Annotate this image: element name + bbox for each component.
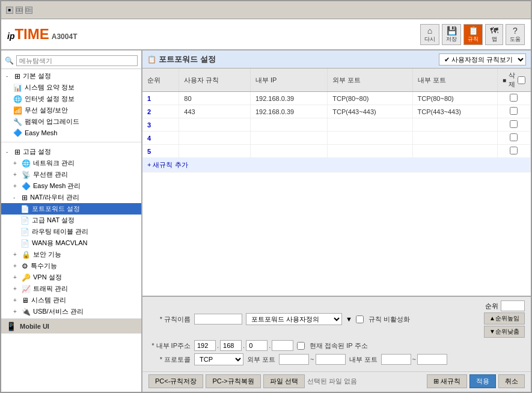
priority-up-btn[interactable]: ▲순위높임 [484, 312, 525, 324]
table-row: 5 [142, 145, 531, 158]
add-rule-row[interactable]: + 새규칙 추가 [142, 158, 531, 172]
external-port-to[interactable] [316, 354, 346, 365]
ip-field-1[interactable] [194, 340, 216, 351]
sidebar-item-network-mgmt[interactable]: + 🌐 네트워크 관리 [1, 157, 141, 169]
add-rule-cell[interactable]: + 새규칙 추가 [142, 158, 531, 172]
rule-type-select[interactable]: 포트포워드 사용자정의 [246, 313, 342, 325]
easy-mesh-label: Easy Mesh [25, 129, 57, 136]
save-to-pc-btn[interactable]: PC<-규칙저장 [148, 374, 203, 388]
sidebar-item-system-summary[interactable]: 📊 시스템 요약 정보 [1, 82, 141, 93]
new-rule-icon: ⊞ [433, 377, 441, 385]
table-row: 180192.168.0.39TCP(80~80)TCP(80~80) [142, 92, 531, 105]
expand-net-icon: + [13, 160, 19, 166]
sidebar-item-basic-settings[interactable]: - ⊞ 기본 설정 [1, 70, 141, 82]
sidebar-item-easy-mesh[interactable]: 🔷 Easy Mesh [1, 127, 141, 138]
external-port-range: ~ [279, 354, 345, 365]
user-rule-select[interactable]: ✔ 사용자정의 규칙보기 [439, 53, 526, 66]
home-btn[interactable]: ⌂ 다시 [420, 24, 439, 45]
sidebar-item-system-mgmt[interactable]: + 🖥 시스템 관리 [1, 294, 141, 306]
sidebar-item-usb[interactable]: + 🔌 USB/서비스 관리 [1, 306, 141, 317]
help-btn[interactable]: ? 도움 [506, 24, 525, 45]
expand-traffic-icon: + [13, 285, 19, 292]
apply-btn[interactable]: 적용 [469, 374, 496, 388]
row-checkbox-2[interactable] [510, 107, 518, 115]
port-forward-label: 포트포워드 설정 [32, 204, 80, 213]
cell-rule: 443 [179, 105, 251, 118]
mobile-ui-label[interactable]: Mobile UI [20, 323, 49, 330]
cell-internal-ip [250, 132, 327, 145]
sidebar-item-internet-settings[interactable]: 🌐 인터넷 설정 정보 [1, 93, 141, 105]
cell-checkbox [497, 118, 530, 132]
row-checkbox-3[interactable] [510, 120, 518, 128]
search-input[interactable] [16, 55, 138, 66]
sidebar-item-easy-mesh-mgmt[interactable]: + 🔷 Easy Mesh 관리 [1, 180, 141, 192]
internal-port-to[interactable] [417, 354, 447, 365]
row-checkbox-4[interactable] [510, 133, 518, 141]
sidebar-item-advanced-settings[interactable]: - ⊞ 고급 설정 [1, 146, 141, 157]
traffic-icon: 📈 [22, 285, 31, 293]
save-btn[interactable]: 💾 저장 [442, 24, 461, 45]
protocol-select[interactable]: TCP UDP TCP+UDP [194, 353, 243, 365]
disable-rule-checkbox[interactable] [356, 315, 364, 323]
row-checkbox-1[interactable] [510, 94, 518, 102]
disable-rule-label: 규칙 비활성화 [368, 315, 410, 324]
wan-macvlan-icon: 📄 [20, 239, 29, 248]
priority-down-btn[interactable]: ▼순위낮춤 [484, 326, 525, 338]
map-icon: 🗺 [490, 26, 498, 35]
wireless-icon: 📶 [13, 106, 22, 115]
search-icon[interactable]: 🔍 [5, 56, 14, 65]
current-ip-checkbox[interactable] [297, 342, 305, 350]
restore-btn[interactable]: □:: [25, 7, 32, 14]
sidebar-item-wan-macvlan[interactable]: 📄 WAN용 MACVLAN [1, 237, 141, 249]
special-label: 특수기능 [31, 261, 57, 270]
col-num: 순위 [142, 69, 179, 92]
help-icon: ? [513, 26, 518, 35]
cell-num: 4 [142, 132, 179, 145]
maximize-btn[interactable]: □□ [16, 7, 23, 14]
sidebar-item-routing-table[interactable]: 📄 라우팅 테이블 관리 [1, 226, 141, 237]
expand-sys-icon: + [13, 297, 19, 303]
sidebar-item-wlan-mgmt[interactable]: + 📡 무선랜 관리 [1, 169, 141, 180]
rule-name-input[interactable] [194, 314, 242, 324]
ip-field-3[interactable] [246, 340, 268, 351]
cell-rule [179, 145, 251, 158]
cell-internal-port [412, 132, 497, 145]
security-icon: 🔒 [22, 251, 31, 259]
mobile-ui-bar: 📱 Mobile UI [1, 318, 141, 334]
ip-field-4[interactable] [272, 340, 293, 351]
load-from-pc-btn[interactable]: PC->규칙복원 [206, 374, 260, 388]
wlan-mgmt-label: 무선랜 관리 [33, 170, 68, 179]
map-btn[interactable]: 🗺 맵 [485, 24, 503, 45]
sidebar-item-special[interactable]: + ⚙ 특수기능 [1, 260, 141, 272]
rules-btn[interactable]: 📋 규칙 [463, 24, 483, 45]
routing-table-label: 라우팅 테이블 관리 [32, 227, 88, 236]
sidebar-item-vpn[interactable]: + 🔑 VPN 설정 [1, 272, 141, 283]
rules-label: 규칙 [468, 35, 478, 43]
row-checkbox-5[interactable] [510, 147, 518, 154]
cell-internal-port: TCP(443~443) [412, 105, 497, 118]
sidebar-item-nat-router[interactable]: - ⊞ NAT/라우터 관리 [1, 192, 141, 203]
rules-table: 순위 사용자 규칙 내부 IP 외부 포트 내부 포트 ■ 삭제 [142, 69, 531, 172]
sidebar-item-port-forward[interactable]: 📄 포트포워드 설정 [1, 203, 141, 215]
select-file-btn[interactable]: 파일 선택 [263, 374, 305, 388]
sidebar-item-advanced-nat[interactable]: 📄 고급 NAT 설정 [1, 215, 141, 226]
new-rule-btn[interactable]: ⊞ 새규칙 [427, 374, 467, 388]
cancel-btn[interactable]: 취소 [498, 374, 525, 388]
ip-sep-1: . [217, 342, 219, 349]
select-all-checkbox[interactable] [518, 76, 525, 84]
logo-model: A3004T [52, 32, 78, 41]
sidebar-item-security[interactable]: + 🔒 보안 기능 [1, 249, 141, 260]
priority-input[interactable] [501, 300, 525, 311]
table-area: 순위 사용자 규칙 내부 IP 외부 포트 내부 포트 ■ 삭제 [142, 69, 531, 296]
minimize-btn[interactable]: ■ [6, 7, 13, 14]
sidebar-item-traffic[interactable]: + 📈 트래픽 관리 [1, 283, 141, 294]
cell-rule [179, 132, 251, 145]
ip-field-2[interactable] [220, 340, 242, 351]
rules-icon: 📋 [468, 26, 478, 35]
expand-icon: - [6, 73, 12, 79]
sidebar-item-firmware[interactable]: 🔧 펌웨어 업그레이드 [1, 116, 141, 127]
internal-port-from[interactable] [381, 354, 411, 365]
cell-num: 5 [142, 145, 179, 158]
external-port-from[interactable] [279, 354, 309, 365]
sidebar-item-wireless-settings[interactable]: 📶 무선 설정/보안 [1, 105, 141, 116]
